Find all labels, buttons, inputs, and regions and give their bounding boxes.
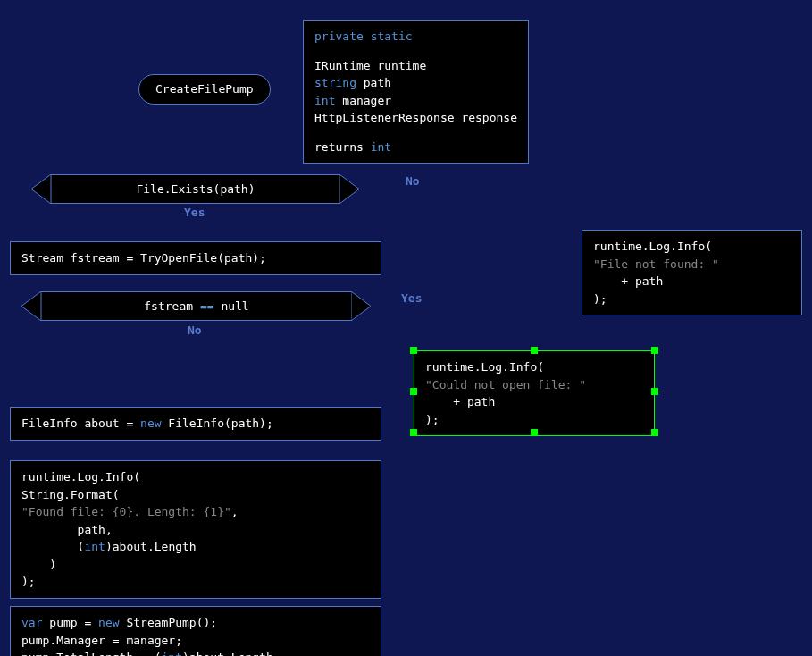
signature-box[interactable]: private static IRuntime runtime string p…	[303, 20, 529, 164]
signature-param: HttpListenerResponse response	[314, 109, 517, 127]
connector	[375, 189, 692, 189]
signature-returns: returns int	[314, 139, 517, 156]
code-line: runtime.Log.Info(	[425, 358, 643, 376]
code-line: )	[21, 556, 370, 574]
signature-modifiers: private static	[314, 28, 517, 46]
code-line: + path	[593, 273, 791, 290]
code-line: );	[21, 573, 370, 591]
terminal-start[interactable]: CreateFilePump	[138, 74, 271, 105]
code-line: "Could not open file: "	[425, 376, 643, 394]
code-line: String.Format(	[21, 486, 370, 504]
branch-label-no: No	[406, 174, 420, 188]
stmt-fileinfo[interactable]: FileInfo about = new FileInfo(path);	[10, 407, 381, 441]
selection-handle[interactable]	[531, 429, 538, 436]
connector	[534, 433, 535, 522]
stmt-log-couldnotopen[interactable]: runtime.Log.Info( "Could not open file: …	[414, 350, 655, 436]
branch-label-yes: Yes	[184, 206, 205, 219]
code-line: FileInfo about = new FileInfo(path);	[21, 416, 273, 430]
selection-handle[interactable]	[651, 429, 658, 436]
terminal-label: CreateFilePump	[155, 82, 254, 96]
code-line: "File not found: "	[593, 256, 791, 273]
selection-handle[interactable]	[651, 388, 658, 395]
connector	[534, 306, 535, 350]
code-line: (int)about.Length	[21, 538, 370, 556]
decision-fstream-null[interactable]: fstream == null	[21, 291, 372, 321]
decision-file-exists[interactable]: File.Exists(path)	[31, 174, 360, 204]
code-line: "Found file: {0}. Length: {1}",	[21, 503, 370, 521]
stmt-log-notfound[interactable]: runtime.Log.Info( "File not found: " + p…	[582, 230, 802, 315]
flowchart-canvas[interactable]: CreateFilePump private static IRuntime r…	[0, 0, 812, 656]
decision-text: File.Exists(path)	[31, 174, 360, 204]
code-line: var pump = new StreamPump();	[21, 614, 370, 632]
selection-handle[interactable]	[410, 388, 417, 395]
signature-param: int manager	[314, 92, 517, 110]
branch-label-no: No	[188, 324, 202, 337]
code-line: pump.TotalLength = (int)about.Length;	[21, 649, 370, 656]
connector	[375, 306, 534, 307]
decision-text: fstream == null	[21, 291, 372, 321]
branch-label-yes: Yes	[401, 291, 422, 305]
connector	[692, 189, 693, 230]
code-line: runtime.Log.Info(	[593, 238, 791, 256]
code-line: );	[593, 290, 791, 308]
selection-handle[interactable]	[410, 429, 417, 436]
selection-handle[interactable]	[410, 347, 417, 354]
code-line: );	[425, 411, 643, 429]
signature-param: IRuntime runtime	[314, 57, 517, 75]
connector	[534, 522, 692, 523]
selection-handle[interactable]	[651, 347, 658, 354]
signature-param: string path	[314, 74, 517, 92]
code-line: runtime.Log.Info(	[21, 468, 370, 486]
selection-handle[interactable]	[531, 347, 538, 354]
code-line: pump.Manager = manager;	[21, 632, 370, 650]
stmt-tryopenfile[interactable]: Stream fstream = TryOpenFile(path);	[10, 241, 381, 275]
code-line: path,	[21, 521, 370, 539]
stmt-pump[interactable]: var pump = new StreamPump(); pump.Manage…	[10, 606, 381, 656]
stmt-log-found[interactable]: runtime.Log.Info( String.Format( "Found …	[10, 460, 381, 599]
connector	[692, 299, 693, 523]
code-line: Stream fstream = TryOpenFile(path);	[21, 251, 266, 265]
code-line: + path	[425, 393, 643, 411]
